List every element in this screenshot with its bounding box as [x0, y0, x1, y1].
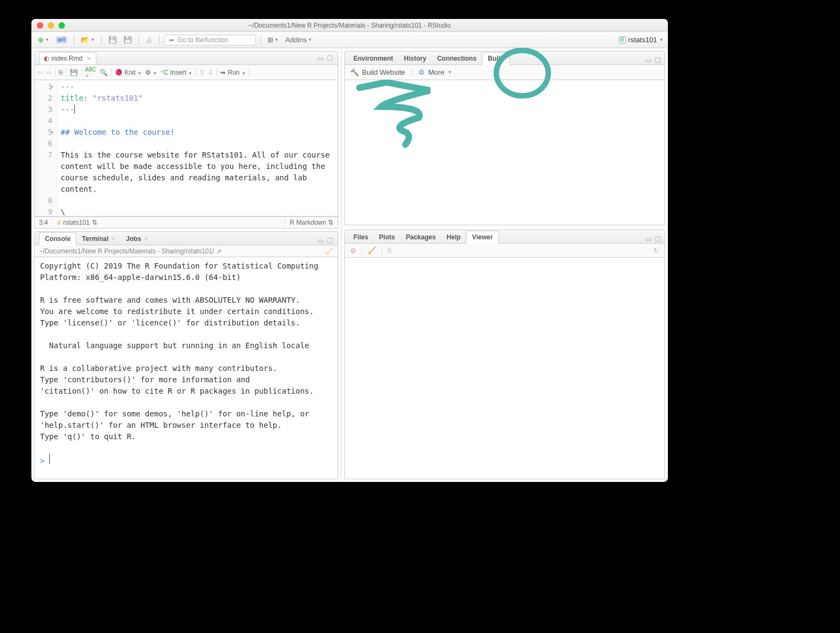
- console-path-link-icon[interactable]: ⇗: [216, 247, 222, 255]
- tab-environment[interactable]: Environment: [348, 53, 398, 64]
- code-content[interactable]: --- title: "rstats101" --- ## Welcome to…: [57, 80, 338, 216]
- minimize-pane-icon[interactable]: ▭: [317, 54, 324, 62]
- clear-viewer-icon[interactable]: ⊘: [350, 246, 356, 254]
- new-file-button[interactable]: ⊕ ▼: [36, 35, 51, 45]
- go-next-icon[interactable]: ⇩: [208, 69, 213, 76]
- save-all-button[interactable]: 💾: [121, 35, 134, 45]
- editor-statusbar: 3:4 # rstats101 ⇅ R Markdown ⇅: [34, 217, 338, 229]
- rstudio-window: ~/Documents1/New R Projects/Materials - …: [31, 19, 668, 482]
- editor-tabbar: ◐ index.Rmd × ▭ ☐: [34, 51, 338, 65]
- maximize-tr-icon[interactable]: ☐: [655, 56, 661, 64]
- hammer-icon: 🔨: [350, 68, 359, 76]
- refresh-viewer-icon[interactable]: ↻: [653, 246, 659, 254]
- r-project-icon: R: [619, 36, 626, 44]
- rmd-file-icon: ◐: [44, 55, 49, 62]
- settings-icon[interactable]: ⚙ ▼: [145, 69, 157, 76]
- file-type-selector[interactable]: R Markdown ⇅: [285, 219, 338, 226]
- project-menu[interactable]: R rstats101 ▼: [619, 36, 664, 44]
- tab-plots[interactable]: Plots: [373, 231, 400, 243]
- more-button[interactable]: ⚙ More ▼: [418, 68, 452, 76]
- maximize-console-icon[interactable]: ☐: [327, 237, 333, 245]
- spellcheck-icon[interactable]: ABC✓: [85, 67, 96, 79]
- tab-connections[interactable]: Connections: [432, 53, 482, 64]
- console-tabbar: Console Terminal × Jobs × ▭ ☐: [34, 231, 338, 245]
- tab-build[interactable]: Build: [482, 52, 510, 65]
- file-tab-index-rmd[interactable]: ◐ index.Rmd ×: [39, 52, 96, 64]
- maximize-pane-icon[interactable]: ☐: [327, 54, 333, 62]
- gear-icon: ⚙: [418, 68, 425, 76]
- minimize-console-icon[interactable]: ▭: [317, 237, 324, 245]
- right-pane: Environment History Connections Build ▭ …: [342, 48, 668, 482]
- window-title: ~/Documents1/New R Projects/Materials - …: [31, 22, 668, 29]
- viewer-toolbar: ⊘ 🧹 ⎘ ↻: [344, 244, 665, 258]
- popout-viewer-icon[interactable]: ⎘: [388, 246, 392, 254]
- main-toolbar: ⊕ ▼ ⊕R 📂 ▼ 💾 💾 🖨 ➦ Go to file/function ⊞…: [31, 32, 668, 48]
- forward-icon[interactable]: ⇨: [47, 69, 52, 76]
- console-path: ~/Documents1/New R Projects/Materials - …: [34, 245, 338, 257]
- titlebar: ~/Documents1/New R Projects/Materials - …: [31, 19, 668, 32]
- go-prev-icon[interactable]: ⇧: [199, 69, 205, 76]
- tab-files[interactable]: Files: [348, 231, 373, 243]
- tab-viewer[interactable]: Viewer: [466, 231, 498, 244]
- broom-icon[interactable]: 🧹: [368, 246, 376, 254]
- addins-button[interactable]: Addins ▼: [283, 35, 314, 45]
- console-output[interactable]: Copyright (C) 2019 The R Foundation for …: [34, 257, 338, 479]
- viewer-pane: [344, 258, 665, 479]
- build-output: [344, 80, 665, 225]
- build-website-button[interactable]: 🔨 Build Website: [350, 68, 405, 76]
- tab-help[interactable]: Help: [441, 231, 466, 243]
- minimize-tr-icon[interactable]: ▭: [645, 56, 652, 64]
- tab-packages[interactable]: Packages: [401, 231, 441, 243]
- goto-arrow-icon: ➦: [169, 36, 174, 44]
- line-gutter: 1▾ 234 5▾ 67 8910: [35, 80, 57, 216]
- open-file-button[interactable]: 📂 ▼: [78, 35, 97, 45]
- clear-console-icon[interactable]: 🧹: [325, 247, 333, 255]
- close-tab-icon[interactable]: ×: [87, 54, 91, 63]
- chunk-nav[interactable]: # rstats101 ⇅: [53, 219, 102, 226]
- minimize-br-icon[interactable]: ▭: [645, 235, 652, 243]
- find-icon[interactable]: 🔍: [100, 69, 108, 76]
- left-pane: ◐ index.Rmd × ▭ ☐ ⇦ ⇨ ⎘ 💾 ABC✓ 🔍: [31, 48, 342, 482]
- bot-right-tabbar: Files Plots Packages Help Viewer ▭ ☐: [344, 230, 665, 244]
- run-button[interactable]: ➡ Run ▼: [220, 69, 246, 76]
- editor-toolbar: ⇦ ⇨ ⎘ 💾 ABC✓ 🔍 🧶 Knit ▼ ⚙ ▼ ⁺C Insert ▼ …: [34, 65, 338, 80]
- save-file-icon[interactable]: 💾: [70, 69, 78, 76]
- top-right-tabbar: Environment History Connections Build ▭ …: [344, 51, 665, 65]
- build-toolbar: 🔨 Build Website ⚙ More ▼: [344, 65, 665, 80]
- save-button[interactable]: 💾: [106, 35, 119, 45]
- tab-terminal[interactable]: Terminal ×: [76, 233, 120, 245]
- insert-button[interactable]: ⁺C Insert ▼: [160, 69, 192, 76]
- maximize-br-icon[interactable]: ☐: [655, 235, 661, 243]
- back-icon[interactable]: ⇦: [38, 69, 43, 76]
- grid-button[interactable]: ⊞ ▼: [265, 35, 281, 45]
- cursor-position: 3:4: [35, 219, 53, 226]
- knit-button[interactable]: 🧶 Knit ▼: [115, 69, 142, 76]
- code-editor[interactable]: 1▾ 234 5▾ 67 8910 --- title: "rstats101"…: [34, 80, 338, 217]
- goto-file-input[interactable]: ➦ Go to file/function: [164, 35, 256, 45]
- tab-history[interactable]: History: [398, 53, 431, 64]
- popout-icon[interactable]: ⎘: [59, 69, 63, 76]
- tab-jobs[interactable]: Jobs ×: [121, 233, 153, 245]
- tab-console[interactable]: Console: [39, 232, 76, 245]
- new-project-button[interactable]: ⊕R: [54, 35, 69, 44]
- print-button[interactable]: 🖨: [143, 35, 155, 45]
